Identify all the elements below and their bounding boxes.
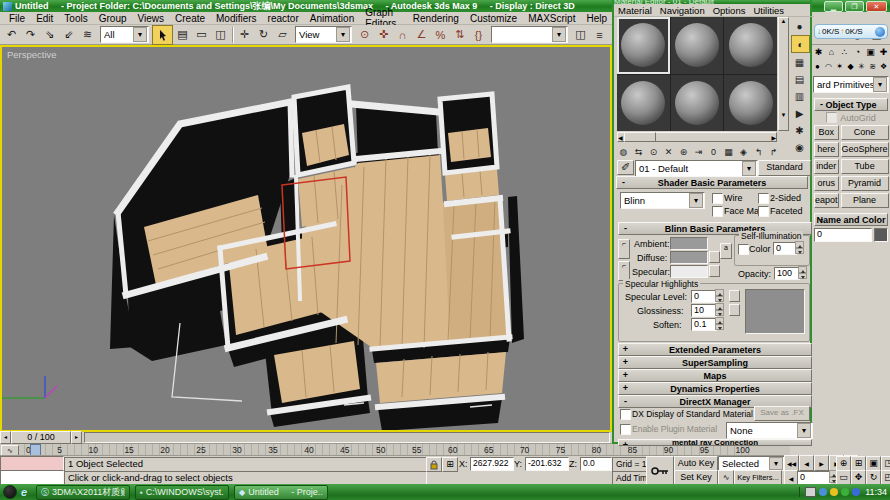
select-by-material-icon[interactable]: ◉ [791, 139, 808, 155]
fov-region-button[interactable]: ▭ [836, 470, 851, 485]
sample-slot[interactable] [671, 17, 724, 74]
object-color-swatch[interactable] [874, 228, 888, 242]
shader-type-dropdown[interactable]: Blinn [620, 192, 705, 209]
window-crossing-icon[interactable]: ◫ [211, 26, 230, 44]
opacity-field[interactable]: 100 [774, 267, 800, 280]
menu-item[interactable]: Help [581, 13, 612, 24]
current-frame-marker[interactable] [30, 444, 41, 456]
dx-display-checkbox[interactable] [620, 409, 631, 420]
self-illum-color-checkbox[interactable] [738, 244, 749, 255]
material-type-button[interactable]: Standard [758, 160, 811, 176]
background-icon[interactable]: ▦ [791, 54, 808, 70]
tray-shield-icon[interactable] [852, 488, 860, 496]
object-type-button[interactable]: Pyramid [841, 176, 889, 191]
time-slider-left-arrow[interactable]: ◂ [0, 431, 11, 444]
rollout-extended-parameters[interactable]: Extended Parameters [618, 343, 812, 356]
specular-map-button[interactable] [709, 265, 720, 277]
pick-material-button[interactable]: ✐ [617, 160, 634, 175]
go-forward-icon[interactable]: ↱ [766, 145, 781, 159]
use-pivot-center-icon[interactable]: ⊙ [355, 26, 374, 44]
z-coordinate-field[interactable]: 0.0 [580, 457, 612, 471]
menu-item[interactable]: MAXScript [523, 13, 580, 24]
specular-level-spinner[interactable] [715, 289, 724, 302]
go-to-start-button[interactable]: ◀◀ [784, 455, 799, 471]
glossiness-field[interactable]: 10 [691, 304, 717, 317]
taskbar-item-browser[interactable]: Ⓢ 3DMAX2011材质贴... [36, 485, 130, 500]
select-and-move-icon[interactable]: ✛ [235, 26, 254, 44]
select-and-manipulate-icon[interactable]: ✜ [374, 26, 393, 44]
go-to-parent-icon[interactable]: ↰ [751, 145, 766, 159]
faceted-checkbox[interactable] [758, 206, 769, 217]
menu-item[interactable]: Rendering [408, 13, 464, 24]
video-color-check-icon[interactable]: ▥ [791, 88, 808, 104]
tray-antivirus-icon[interactable] [841, 488, 849, 496]
motion-tab-icon[interactable]: ◔ [851, 46, 864, 59]
material-editor-menu-item[interactable]: Navigation [660, 5, 705, 16]
reference-coordinate-dropdown[interactable]: View [295, 26, 352, 43]
systems-icon[interactable]: ❖ [878, 60, 889, 73]
zoom-extents-button[interactable]: ▣ [866, 456, 881, 471]
primitives-category-dropdown[interactable]: ard Primitives [813, 76, 889, 93]
material-id-icon[interactable]: 0 [706, 145, 721, 159]
glossiness-spinner[interactable] [715, 303, 724, 316]
zoom-all-button[interactable]: ⊞ [851, 456, 866, 471]
y-coordinate-field[interactable]: -201.632 [525, 457, 569, 471]
geometry-icon[interactable]: ● [812, 60, 823, 73]
taskbar-item-cmd[interactable]: ▪ C:\WINDOWS\syst... [135, 485, 229, 500]
sample-uv-tiling-icon[interactable]: ▤ [791, 71, 808, 87]
named-selection-dropdown[interactable] [491, 26, 568, 43]
cameras-icon[interactable]: ◆ [845, 60, 856, 73]
enable-plugin-checkbox[interactable] [620, 424, 631, 435]
current-frame-field[interactable]: 0 [797, 471, 831, 485]
opacity-spinner[interactable] [798, 266, 807, 279]
rollout-maps[interactable]: Maps [618, 369, 812, 382]
select-and-rotate-icon[interactable]: ↻ [254, 26, 273, 44]
specular-level-map-button[interactable] [729, 290, 740, 302]
diffuse-map-button[interactable] [709, 251, 720, 263]
sample-hscrollbar[interactable]: ◀▶ [617, 132, 777, 142]
menu-item[interactable]: reactor [263, 13, 304, 24]
specular-level-field[interactable]: 0 [691, 290, 717, 303]
wire-checkbox[interactable] [712, 193, 723, 204]
rollout-name-and-color[interactable]: Name and Color [814, 213, 888, 226]
net-speed-widget[interactable]: ↓ 0K/S ↑ 0K/S [814, 24, 888, 39]
selection-filter-dropdown[interactable]: All [100, 26, 149, 43]
reset-map-icon[interactable]: ✕ [661, 145, 676, 159]
ambient-color-swatch[interactable] [670, 237, 708, 250]
sample-type-icon[interactable]: ● [791, 18, 808, 34]
hierarchy-tab-icon[interactable]: ∴ [838, 46, 851, 59]
tray-security-icon[interactable] [830, 488, 838, 496]
percent-snap-icon[interactable]: % [431, 26, 450, 44]
close-button[interactable]: ✕ [866, 1, 887, 12]
menu-item[interactable]: File [4, 13, 30, 24]
object-type-button[interactable]: GeoSphere [841, 142, 889, 157]
maximize-button[interactable]: ❐ [845, 1, 864, 12]
undo-icon[interactable]: ↶ [2, 26, 21, 44]
create-tab-icon[interactable]: ✱ [812, 46, 825, 59]
put-material-icon[interactable]: ⇆ [631, 145, 646, 159]
taskbar-item-3dsmax[interactable]: ◆ Untitled - Proje... [234, 485, 328, 500]
tray-network-icon[interactable] [819, 488, 827, 496]
rectangular-selection-icon[interactable]: ▭ [192, 26, 211, 44]
glossiness-map-button[interactable] [729, 304, 740, 316]
menu-item[interactable]: Edit [31, 13, 58, 24]
menu-item[interactable]: Tools [59, 13, 92, 24]
menu-item[interactable]: Views [133, 13, 170, 24]
select-object-button[interactable] [152, 25, 173, 45]
redo-icon[interactable]: ↷ [21, 26, 40, 44]
diffuse-color-swatch[interactable] [670, 251, 708, 264]
zoom-button[interactable]: ⊕ [836, 456, 851, 471]
time-slider-right-arrow[interactable]: ▸ [71, 431, 82, 444]
material-editor-menu-item[interactable]: Options [713, 5, 746, 16]
material-editor-menu-item[interactable]: Material [618, 5, 652, 16]
plugin-material-dropdown[interactable]: None [726, 422, 813, 439]
sample-slot[interactable] [617, 17, 670, 74]
rollout-mental-ray-connection[interactable]: mental ray Connection [618, 439, 812, 446]
lock-ambient-diffuse-button[interactable]: ⌐ [618, 239, 630, 259]
show-map-icon[interactable]: ▦ [721, 145, 736, 159]
select-and-scale-icon[interactable]: ▱ [273, 26, 292, 44]
modify-tab-icon[interactable]: ⌂ [825, 46, 838, 59]
backlight-icon[interactable]: ◐ [791, 35, 810, 53]
put-to-library-icon[interactable]: ⇥ [691, 145, 706, 159]
sample-vscrollbar[interactable]: ▲▼ [778, 17, 789, 131]
